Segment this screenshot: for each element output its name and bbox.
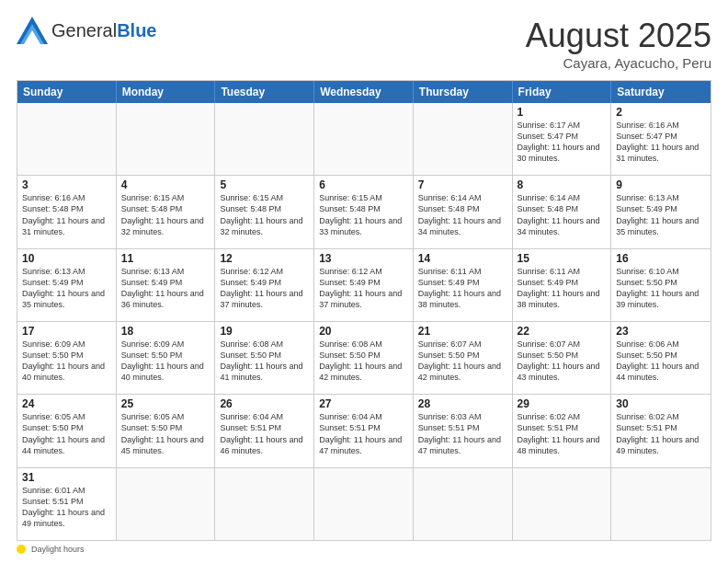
empty-cell [414,103,513,175]
day-cell-9: 9Sunrise: 6:13 AM Sunset: 5:49 PM Daylig… [611,176,711,247]
day-number: 23 [616,325,706,338]
day-number: 17 [22,325,111,338]
empty-cell [215,468,314,540]
day-cell-22: 22Sunrise: 6:07 AM Sunset: 5:50 PM Dayli… [513,322,612,394]
cell-info: Sunrise: 6:14 AM Sunset: 5:48 PM Dayligh… [518,192,607,237]
footer: Daylight hours [17,545,711,554]
day-cell-13: 13Sunrise: 6:12 AM Sunset: 5:49 PM Dayli… [314,249,414,321]
weekday-header-friday: Friday [513,81,612,103]
cell-info: Sunrise: 6:13 AM Sunset: 5:49 PM Dayligh… [22,266,111,311]
title-block: August 2025 Cayara, Ayacucho, Peru [526,17,711,71]
day-cell-5: 5Sunrise: 6:15 AM Sunset: 5:48 PM Daylig… [215,176,314,247]
cell-info: Sunrise: 6:07 AM Sunset: 5:50 PM Dayligh… [418,339,507,384]
cell-info: Sunrise: 6:17 AM Sunset: 5:47 PM Dayligh… [518,120,607,165]
day-cell-18: 18Sunrise: 6:09 AM Sunset: 5:50 PM Dayli… [117,322,216,394]
day-cell-29: 29Sunrise: 6:02 AM Sunset: 5:51 PM Dayli… [513,395,612,466]
day-number: 4 [121,178,210,191]
logo-text: GeneralBlue [51,20,157,40]
day-cell-23: 23Sunrise: 6:06 AM Sunset: 5:50 PM Dayli… [611,322,711,394]
day-number: 2 [616,106,706,119]
day-cell-3: 3Sunrise: 6:16 AM Sunset: 5:48 PM Daylig… [17,176,117,247]
cell-info: Sunrise: 6:07 AM Sunset: 5:50 PM Dayligh… [518,339,607,384]
day-number: 5 [220,178,309,191]
day-number: 24 [22,397,111,410]
day-number: 3 [22,178,111,191]
cell-info: Sunrise: 6:09 AM Sunset: 5:50 PM Dayligh… [121,339,210,384]
cell-info: Sunrise: 6:05 AM Sunset: 5:50 PM Dayligh… [121,411,210,456]
day-cell-8: 8Sunrise: 6:14 AM Sunset: 5:48 PM Daylig… [513,176,612,247]
cell-info: Sunrise: 6:08 AM Sunset: 5:50 PM Dayligh… [319,339,408,384]
day-number: 31 [22,471,111,484]
location: Cayara, Ayacucho, Peru [526,55,711,71]
day-number: 18 [121,325,210,338]
day-number: 20 [319,325,408,338]
daylight-icon [17,545,26,554]
header: GeneralBlue August 2025 Cayara, Ayacucho… [17,17,711,71]
day-cell-1: 1Sunrise: 6:17 AM Sunset: 5:47 PM Daylig… [513,103,612,175]
cell-info: Sunrise: 6:02 AM Sunset: 5:51 PM Dayligh… [616,411,706,456]
weekday-header-monday: Monday [117,81,216,103]
day-cell-25: 25Sunrise: 6:05 AM Sunset: 5:50 PM Dayli… [117,395,216,466]
day-number: 19 [220,325,309,338]
day-cell-12: 12Sunrise: 6:12 AM Sunset: 5:49 PM Dayli… [215,249,314,321]
empty-cell [314,103,414,175]
day-number: 9 [616,178,706,191]
calendar-body: 1Sunrise: 6:17 AM Sunset: 5:47 PM Daylig… [17,103,711,540]
calendar-row-4: 17Sunrise: 6:09 AM Sunset: 5:50 PM Dayli… [17,321,711,394]
day-cell-4: 4Sunrise: 6:15 AM Sunset: 5:48 PM Daylig… [117,176,216,247]
cell-info: Sunrise: 6:14 AM Sunset: 5:48 PM Dayligh… [418,192,507,237]
cell-info: Sunrise: 6:02 AM Sunset: 5:51 PM Dayligh… [518,411,607,456]
day-number: 26 [220,397,309,410]
cell-info: Sunrise: 6:01 AM Sunset: 5:51 PM Dayligh… [22,485,111,530]
empty-cell [117,468,216,540]
logo-icon [17,17,48,44]
day-number: 7 [418,178,507,191]
day-number: 28 [418,397,507,410]
day-number: 27 [319,397,408,410]
daylight-label: Daylight hours [31,545,85,554]
cell-info: Sunrise: 6:13 AM Sunset: 5:49 PM Dayligh… [121,266,210,311]
day-cell-21: 21Sunrise: 6:07 AM Sunset: 5:50 PM Dayli… [414,322,513,394]
day-cell-14: 14Sunrise: 6:11 AM Sunset: 5:49 PM Dayli… [414,249,513,321]
day-cell-27: 27Sunrise: 6:04 AM Sunset: 5:51 PM Dayli… [314,395,414,466]
empty-cell [414,468,513,540]
day-number: 11 [121,252,210,265]
day-number: 12 [220,252,309,265]
day-cell-2: 2Sunrise: 6:16 AM Sunset: 5:47 PM Daylig… [611,103,711,175]
day-number: 1 [518,106,607,119]
day-cell-17: 17Sunrise: 6:09 AM Sunset: 5:50 PM Dayli… [17,322,117,394]
cell-info: Sunrise: 6:06 AM Sunset: 5:50 PM Dayligh… [616,339,706,384]
cell-info: Sunrise: 6:04 AM Sunset: 5:51 PM Dayligh… [319,411,408,456]
cell-info: Sunrise: 6:12 AM Sunset: 5:49 PM Dayligh… [220,266,309,311]
day-cell-31: 31Sunrise: 6:01 AM Sunset: 5:51 PM Dayli… [17,468,117,540]
cell-info: Sunrise: 6:11 AM Sunset: 5:49 PM Dayligh… [418,266,507,311]
logo: GeneralBlue [17,17,157,44]
day-number: 8 [518,178,607,191]
weekday-header-saturday: Saturday [611,81,711,103]
month-title: August 2025 [526,17,711,55]
day-cell-24: 24Sunrise: 6:05 AM Sunset: 5:50 PM Dayli… [17,395,117,466]
day-number: 13 [319,252,408,265]
calendar-row-2: 3Sunrise: 6:16 AM Sunset: 5:48 PM Daylig… [17,175,711,247]
weekday-header-thursday: Thursday [414,81,513,103]
day-cell-19: 19Sunrise: 6:08 AM Sunset: 5:50 PM Dayli… [215,322,314,394]
empty-cell [314,468,414,540]
empty-cell [215,103,314,175]
day-number: 15 [518,252,607,265]
empty-cell [611,468,711,540]
day-cell-30: 30Sunrise: 6:02 AM Sunset: 5:51 PM Dayli… [611,395,711,466]
day-cell-6: 6Sunrise: 6:15 AM Sunset: 5:48 PM Daylig… [314,176,414,247]
page: GeneralBlue August 2025 Cayara, Ayacucho… [0,0,728,563]
weekday-header-tuesday: Tuesday [215,81,314,103]
day-number: 14 [418,252,507,265]
cell-info: Sunrise: 6:08 AM Sunset: 5:50 PM Dayligh… [220,339,309,384]
cell-info: Sunrise: 6:12 AM Sunset: 5:49 PM Dayligh… [319,266,408,311]
empty-cell [17,103,117,175]
day-number: 29 [518,397,607,410]
cell-info: Sunrise: 6:10 AM Sunset: 5:50 PM Dayligh… [616,266,706,311]
calendar: SundayMondayTuesdayWednesdayThursdayFrid… [17,80,711,541]
day-number: 6 [319,178,408,191]
calendar-row-3: 10Sunrise: 6:13 AM Sunset: 5:49 PM Dayli… [17,248,711,321]
day-cell-28: 28Sunrise: 6:03 AM Sunset: 5:51 PM Dayli… [414,395,513,466]
calendar-row-5: 24Sunrise: 6:05 AM Sunset: 5:50 PM Dayli… [17,394,711,466]
